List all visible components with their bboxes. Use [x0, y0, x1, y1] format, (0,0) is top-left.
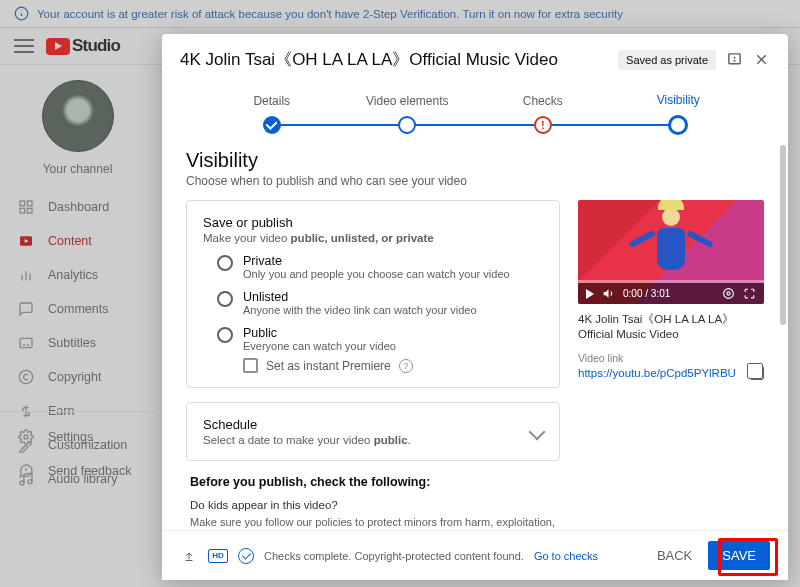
before-heading: Before you publish, check the following:: [190, 475, 556, 489]
step-dot-icon: [398, 116, 416, 134]
feedback-icon[interactable]: [726, 51, 743, 68]
chevron-down-icon: [529, 423, 546, 440]
video-link[interactable]: https://youtu.be/pCpd5PYlRBU: [578, 367, 736, 379]
radio-icon: [217, 327, 233, 343]
fullscreen-icon[interactable]: [743, 287, 756, 300]
check-complete-icon: [238, 548, 254, 564]
visibility-option-unlisted[interactable]: Unlisted Anyone with the video link can …: [217, 290, 543, 316]
step-visibility[interactable]: Visibility: [611, 93, 747, 135]
go-to-checks-link[interactable]: Go to checks: [534, 550, 598, 562]
step-dot-warning-icon: !: [534, 116, 552, 134]
help-icon[interactable]: ?: [399, 359, 413, 373]
radio-icon: [217, 291, 233, 307]
preview-video-title: 4K Jolin Tsai《OH LA LA LA》Official Music…: [578, 312, 764, 342]
video-details-modal: 4K Jolin Tsai《OH LA LA LA》Official Music…: [162, 34, 788, 580]
schedule-heading: Schedule: [203, 417, 411, 432]
radio-icon: [217, 255, 233, 271]
player-time: 0:00 / 3:01: [623, 288, 670, 299]
copy-icon[interactable]: [750, 366, 764, 380]
visibility-subtext: Choose when to publish and who can see y…: [186, 174, 764, 188]
saved-status-badge: Saved as private: [618, 50, 716, 70]
volume-icon[interactable]: [602, 287, 615, 300]
modal-title: 4K Jolin Tsai《OH LA LA LA》Official Music…: [180, 48, 608, 71]
svg-point-28: [724, 289, 734, 299]
instant-premiere-checkbox[interactable]: Set as instant Premiere ?: [243, 358, 543, 373]
video-link-label: Video link: [578, 352, 764, 364]
modal-footer: HD Checks complete. Copyright-protected …: [162, 530, 788, 580]
video-preview[interactable]: 0:00 / 3:01: [578, 200, 764, 304]
step-dot-active-icon: [668, 115, 688, 135]
modal-body: Visibility Choose when to publish and wh…: [162, 141, 788, 530]
schedule-card[interactable]: Schedule Select a date to make your vide…: [186, 402, 560, 461]
modal-header: 4K Jolin Tsai《OH LA LA LA》Official Music…: [162, 34, 788, 77]
visibility-option-private[interactable]: Private Only you and people you choose c…: [217, 254, 543, 280]
publish-subtext: Make your video public, unlisted, or pri…: [203, 232, 543, 244]
svg-point-24: [734, 61, 735, 62]
play-icon[interactable]: [586, 289, 594, 299]
schedule-subtext: Select a date to make your video public.: [203, 434, 411, 446]
visibility-heading: Visibility: [186, 149, 764, 172]
save-button[interactable]: SAVE: [708, 541, 770, 570]
before-publish-section: Before you publish, check the following:…: [186, 475, 560, 530]
scrollbar[interactable]: [780, 145, 786, 325]
kids-question: Do kids appear in this video?: [190, 499, 556, 511]
settings-icon[interactable]: [722, 287, 735, 300]
step-details[interactable]: Details: [204, 94, 340, 134]
publish-heading: Save or publish: [203, 215, 543, 230]
svg-point-27: [727, 292, 730, 295]
checkbox-icon: [243, 358, 258, 373]
progress-bar[interactable]: [578, 280, 764, 283]
checks-status-text: Checks complete. Copyright-protected con…: [264, 550, 524, 562]
back-button[interactable]: BACK: [647, 542, 702, 569]
step-video-elements[interactable]: Video elements: [340, 94, 476, 134]
close-icon[interactable]: [753, 51, 770, 68]
upload-complete-icon: [180, 550, 198, 562]
step-dot-done-icon: [263, 116, 281, 134]
visibility-option-public[interactable]: Public Everyone can watch your video: [217, 326, 543, 352]
stepper: Details Video elements Checks ! Visibili…: [162, 77, 788, 141]
step-checks[interactable]: Checks !: [475, 94, 611, 134]
hd-badge-icon: HD: [208, 549, 228, 563]
player-controls: 0:00 / 3:01: [578, 283, 764, 304]
kids-text: Make sure you follow our policies to pro…: [190, 515, 556, 530]
video-preview-pane: 0:00 / 3:01 4K Jolin Tsai《OH LA LA LA》Of…: [578, 200, 764, 530]
save-or-publish-card: Save or publish Make your video public, …: [186, 200, 560, 388]
